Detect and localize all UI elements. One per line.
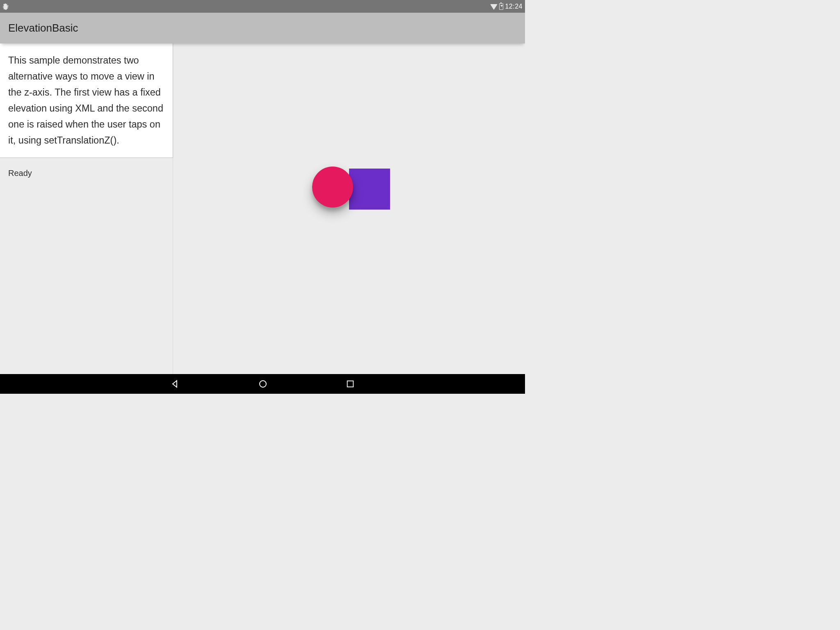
- log-area: Ready: [0, 158, 173, 374]
- recent-apps-button[interactable]: [346, 379, 355, 388]
- square-view[interactable]: [349, 169, 390, 210]
- content-area: This sample demonstrates two alternative…: [0, 43, 525, 374]
- circle-view[interactable]: [312, 167, 353, 208]
- demo-canvas: [173, 43, 525, 374]
- description-text: This sample demonstrates two alternative…: [8, 55, 163, 146]
- android-nav-bar: [0, 374, 525, 394]
- wifi-icon: [490, 4, 498, 10]
- app-title: ElevationBasic: [8, 22, 78, 34]
- shape-stage: [312, 169, 386, 210]
- home-button[interactable]: [258, 379, 268, 389]
- android-status-bar: 12:24: [0, 0, 525, 13]
- left-pane: This sample demonstrates two alternative…: [0, 43, 173, 374]
- battery-charging-icon: [499, 3, 503, 10]
- debug-icon: [2, 3, 9, 10]
- svg-point-0: [260, 381, 266, 387]
- log-status: Ready: [8, 169, 32, 178]
- status-clock: 12:24: [505, 3, 523, 10]
- app-bar: ElevationBasic: [0, 13, 525, 43]
- back-button[interactable]: [170, 379, 180, 389]
- svg-rect-1: [347, 381, 354, 387]
- description-card: This sample demonstrates two alternative…: [0, 43, 173, 158]
